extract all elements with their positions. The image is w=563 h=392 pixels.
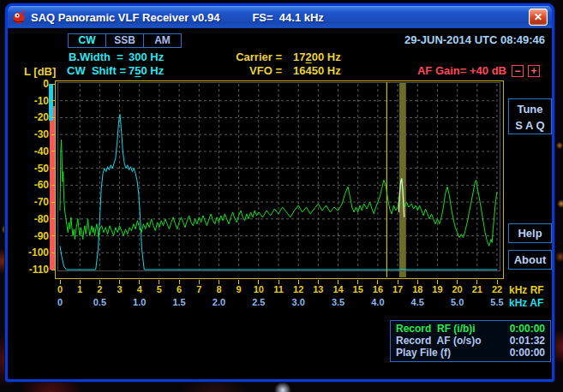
record-panel: Record RF (i/b)i 0:00:00 Record AF (o/s)… [390,320,551,362]
x-tick-label-rf: 8 [208,284,229,294]
y-axis-title: L [dB] [24,65,56,78]
x-tick-label-rf: 0 [50,284,70,294]
window-title: SAQ Panoramic VLF Receiver v0.94 [31,11,219,24]
y-tick-mark [51,84,55,85]
x-tick-label-af: 4.0 [366,297,390,307]
x-tick-label-rf: 7 [189,284,209,294]
x-axis-unit-rf: kHz RF [509,284,544,296]
cwshift-label: CW Shift = [67,64,126,77]
x-tick-label-rf: 12 [288,284,308,294]
cwshift-value[interactable]: 750 Hz [129,64,164,77]
y-tick-label: -10 [9,95,49,107]
x-tick-label-rf: 19 [427,284,447,294]
x-tick-label-af: 5.5 [485,297,509,307]
x-tick-label-af: 5.0 [446,297,470,307]
bwidth-label: B.Width = [69,50,123,63]
carrier-value[interactable]: 17200 Hz [293,50,341,63]
tune-saq-button[interactable]: Tune S A Q [508,98,552,134]
x-tick-label-rf: 11 [268,284,289,294]
y-tick-mark [51,134,55,135]
carrier-label: Carrier = [222,50,282,63]
af-gain-increase-button[interactable]: + [528,65,540,77]
y-tick-label: -20 [9,111,49,123]
vfo-label: VFO = [222,64,282,77]
x-tick-label-rf: 22 [487,284,507,294]
y-tick-label: -100 [9,246,49,258]
x-tick-label-af: 4.5 [405,297,429,307]
x-tick-label-rf: 17 [387,284,408,294]
record-af-row: Record AF (o/s)o 0:01:32 [396,336,545,347]
x-tick-label-rf: 21 [467,284,488,294]
client-area: CW SSB AM B.Width = 300 Hz CW Shift = 75… [8,28,552,379]
desktop-background: SAQ Panoramic VLF Receiver v0.94 FS= 44.… [0,0,563,392]
title-bar[interactable]: SAQ Panoramic VLF Receiver v0.94 FS= 44.… [8,6,552,28]
x-tick-label-rf: 5 [149,284,170,294]
x-tick-label-rf: 18 [407,284,428,294]
x-tick-label-af: 1.0 [128,297,152,307]
x-tick-label-af: 1.5 [167,297,191,307]
y-tick-label: -50 [9,163,49,175]
close-button[interactable]: ✕ [529,9,548,26]
x-tick-label-rf: 2 [89,284,110,294]
play-file-time: 0:00:00 [510,347,545,359]
x-tick-label-rf: 15 [348,284,368,294]
level-meter-cyan [49,84,53,121]
spectrum-plot-svg [56,81,503,278]
y-tick-mark [51,100,55,101]
x-tick-label-rf: 1 [69,284,90,294]
x-tick-label-rf: 6 [169,284,189,294]
about-button[interactable]: About [508,250,552,270]
window-title-fs: FS= 44.1 kHz [252,11,323,24]
y-tick-mark [51,235,55,236]
y-tick-label: -40 [9,146,49,157]
mode-button-cw[interactable]: CW [68,33,106,48]
play-file-row: Play File (f) 0:00:00 [396,347,545,359]
play-file-label: Play File (f) [396,347,451,359]
y-tick-label: -70 [9,196,49,208]
y-tick-mark [51,252,55,253]
y-tick-mark [51,168,55,169]
utc-datetime: 29-JUN-2014 UTC 08:49:46 [404,33,545,46]
help-button[interactable]: Help [508,223,552,243]
x-tick-label-af: 3.0 [286,297,310,307]
af-gain-decrease-button[interactable]: − [512,65,524,77]
y-tick-label: -110 [9,264,49,276]
mode-switch: CW SSB AM [69,33,182,48]
x-tick-label-af: 2.5 [247,297,271,307]
record-rf-row: Record RF (i/b)i 0:00:00 [396,324,545,335]
vfo-value[interactable]: 16450 Hz [293,64,341,77]
y-tick-mark [51,218,55,219]
x-tick-label-rf: 3 [110,284,130,294]
x-tick-label-rf: 14 [328,284,349,294]
record-rf-label: Record RF (i/b)i [396,324,476,335]
carrier-active-digit: 2 [305,50,311,63]
y-tick-label: -90 [9,230,49,242]
spectrum-plot[interactable] [55,80,504,279]
y-tick-mark [51,202,55,203]
af-gain-readout: AF Gain= +40 dB [417,64,506,77]
y-tick-label: 0 [9,78,49,90]
record-af-label: Record AF (o/s)o [396,336,482,347]
mode-button-am[interactable]: AM [143,33,182,48]
y-tick-label: -30 [9,128,49,140]
y-tick-mark [51,117,55,118]
x-tick-label-af: 0.5 [87,297,111,307]
x-tick-label-af: 3.5 [326,297,350,307]
app-icon [12,10,27,25]
x-axis-unit-af: kHz AF [509,297,543,309]
x-tick-label-rf: 10 [249,284,269,294]
x-tick-label-af: 0 [48,297,72,307]
close-icon: ✕ [534,11,542,23]
x-tick-label-rf: 4 [129,284,150,294]
y-tick-mark [51,270,55,270]
y-tick-mark [51,185,55,186]
bwidth-value: 300 Hz [129,50,164,63]
x-tick-label-rf: 16 [368,284,388,294]
y-tick-label: -80 [9,213,49,225]
app-window: SAQ Panoramic VLF Receiver v0.94 FS= 44.… [5,3,554,382]
record-rf-time: 0:00:00 [510,324,545,335]
y-tick-mark [51,151,55,151]
x-tick-label-af: 2.0 [207,297,231,307]
mode-button-ssb[interactable]: SSB [105,33,144,48]
x-tick-label-rf: 13 [308,284,328,294]
